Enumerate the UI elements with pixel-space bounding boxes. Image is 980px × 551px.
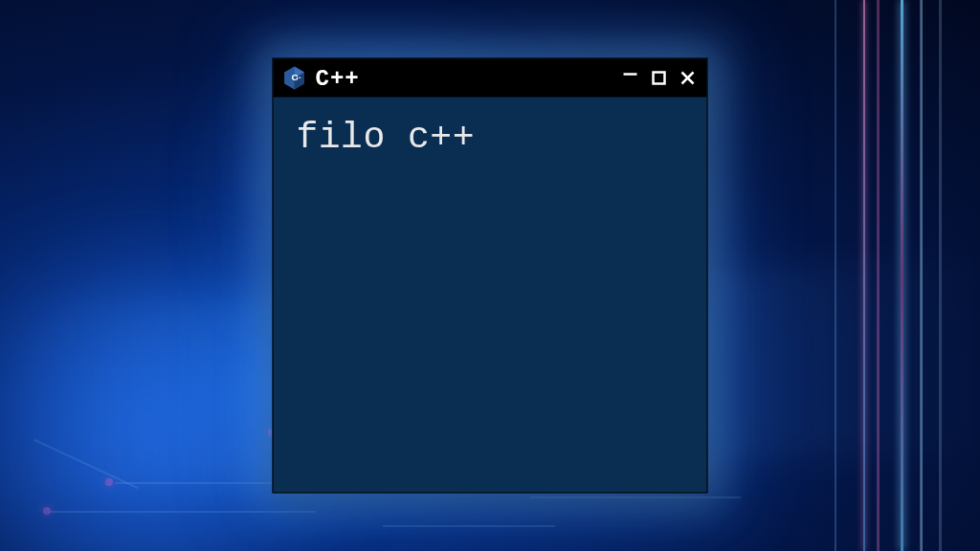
svg-text:++: ++: [297, 75, 301, 79]
app-window: C ++ C++ filo c++: [273, 58, 708, 494]
close-button[interactable]: [679, 69, 698, 88]
maximize-button[interactable]: [650, 69, 669, 88]
window-content-area: filo c++: [274, 98, 707, 177]
minimize-button[interactable]: [621, 65, 640, 84]
window-title: C++: [316, 65, 613, 91]
window-controls: [621, 69, 698, 88]
content-text: filo c++: [297, 117, 684, 158]
cpp-hexagon-icon: C ++: [281, 65, 308, 92]
titlebar[interactable]: C ++ C++: [274, 59, 707, 98]
svg-rect-6: [654, 73, 665, 84]
